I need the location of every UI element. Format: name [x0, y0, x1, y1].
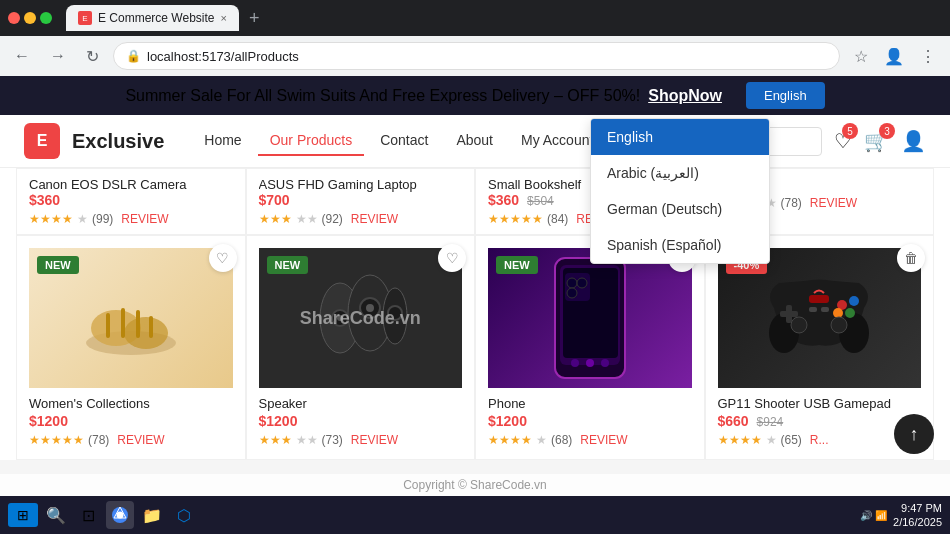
- svg-rect-3: [106, 313, 110, 338]
- promo-banner: Summer Sale For All Swim Suits And Free …: [0, 76, 950, 115]
- review-count: (99): [92, 212, 113, 226]
- review-count: (92): [322, 212, 343, 226]
- active-tab[interactable]: E E Commerce Website ×: [66, 5, 239, 31]
- svg-rect-35: [809, 307, 817, 312]
- banner-text: Summer Sale For All Swim Suits And Free …: [125, 87, 640, 105]
- language-dropdown: English Arabic (العربية) German (Deutsch…: [590, 118, 770, 264]
- review-link[interactable]: REVIEW: [121, 212, 168, 226]
- stars: ★★★: [259, 212, 292, 226]
- taskbar-file[interactable]: 📁: [138, 501, 166, 529]
- nav-contact[interactable]: Contact: [368, 126, 440, 156]
- rating-stars-2: ★★★: [259, 433, 292, 447]
- product-card-3: NEW ♡: [475, 235, 705, 460]
- product-badge-2: NEW: [267, 256, 309, 274]
- product-price-3: $1200: [488, 413, 692, 429]
- menu-btn[interactable]: ⋮: [914, 43, 942, 70]
- original-price: $504: [527, 194, 554, 208]
- phone-illustration: [545, 253, 635, 383]
- product-card-1: NEW ♡ Women's Collections $1200 ★★★★★ (7…: [16, 235, 246, 460]
- svg-point-25: [577, 278, 587, 288]
- svg-point-38: [831, 317, 847, 333]
- svg-rect-39: [809, 295, 829, 303]
- old-rating-1: ★★★★★ (99) REVIEW: [29, 212, 233, 226]
- svg-point-20: [571, 359, 579, 367]
- wishlist-btn-1[interactable]: ♡: [209, 244, 237, 272]
- old-product-name-1: Canon EOS DSLR Camera: [29, 177, 233, 192]
- review-count: (78): [781, 196, 802, 210]
- taskbar-date-text: 2/16/2025: [893, 515, 942, 529]
- review-count: (84): [547, 212, 568, 226]
- shop-now-link[interactable]: ShopNow: [648, 87, 722, 105]
- lang-option-english[interactable]: English: [591, 119, 769, 155]
- taskbar-time-text: 9:47 PM: [893, 501, 942, 515]
- rating-stars-1: ★★★★★: [29, 433, 84, 447]
- tab-bar: E E Commerce Website × +: [66, 5, 942, 31]
- old-product-price-2: $700: [259, 192, 463, 208]
- taskbar: ⊞ 🔍 ⊡ 📁 ⬡ 🔊 📶 9:47 PM 2/16/2025: [0, 496, 950, 534]
- delete-btn-4[interactable]: 🗑: [897, 244, 925, 272]
- svg-point-24: [567, 278, 577, 288]
- svg-point-12: [366, 304, 374, 312]
- taskbar-chrome[interactable]: [106, 501, 134, 529]
- review-count-1: (78): [88, 433, 109, 447]
- svg-rect-6: [149, 316, 153, 338]
- svg-point-26: [567, 288, 577, 298]
- taskbar-vscode[interactable]: ⬡: [170, 501, 198, 529]
- taskbar-clock: 9:47 PM 2/16/2025: [893, 501, 942, 530]
- review-link[interactable]: REVIEW: [810, 196, 857, 210]
- svg-point-41: [117, 512, 124, 519]
- cart-icon-wrap[interactable]: 🛒 3: [864, 129, 889, 153]
- svg-point-21: [586, 359, 594, 367]
- lang-option-arabic[interactable]: Arabic (العربية): [591, 155, 769, 191]
- svg-rect-4: [121, 308, 125, 338]
- product-rating-2: ★★★★★ (73) REVIEW: [259, 433, 463, 447]
- address-bar[interactable]: 🔒 localhost:5173/allProducts: [113, 42, 840, 70]
- review-link[interactable]: REVIEW: [351, 212, 398, 226]
- window-controls: [8, 12, 52, 24]
- wishlist-icon-wrap[interactable]: ♡ 5: [834, 129, 852, 153]
- review-count-3: (68): [551, 433, 572, 447]
- user-icon[interactable]: 👤: [901, 129, 926, 153]
- bookmark-btn[interactable]: ☆: [848, 43, 874, 70]
- start-button[interactable]: ⊞: [8, 503, 38, 527]
- tab-close-btn[interactable]: ×: [220, 12, 226, 24]
- language-button[interactable]: English: [746, 82, 825, 109]
- nav-products[interactable]: Our Products: [258, 126, 364, 156]
- review-link-4[interactable]: R...: [810, 433, 829, 447]
- svg-rect-5: [136, 310, 140, 338]
- product-rating-4: ★★★★★ (65) R...: [718, 433, 922, 447]
- forward-btn[interactable]: →: [44, 43, 72, 69]
- new-tab-btn[interactable]: +: [243, 6, 266, 31]
- product-rating-1: ★★★★★ (78) REVIEW: [29, 433, 233, 447]
- taskbar-search[interactable]: 🔍: [42, 501, 70, 529]
- product-card-2: NEW ShareCode.vn ♡ Speaker $1200: [246, 235, 476, 460]
- minimize-btn[interactable]: [24, 12, 36, 24]
- lang-option-german[interactable]: German (Deutsch): [591, 191, 769, 227]
- product-rating-3: ★★★★★ (68) REVIEW: [488, 433, 692, 447]
- close-btn[interactable]: [8, 12, 20, 24]
- nav-about[interactable]: About: [444, 126, 505, 156]
- taskbar-taskview[interactable]: ⊡: [74, 501, 102, 529]
- wishlist-btn-2[interactable]: ♡: [438, 244, 466, 272]
- windows-icon: ⊞: [17, 507, 29, 523]
- review-link-3[interactable]: REVIEW: [580, 433, 627, 447]
- nav-home[interactable]: Home: [192, 126, 253, 156]
- reload-btn[interactable]: ↻: [80, 43, 105, 70]
- old-card-1: Canon EOS DSLR Camera $360 ★★★★★ (99) RE…: [16, 168, 246, 235]
- svg-rect-36: [821, 307, 829, 312]
- svg-point-34: [833, 308, 843, 318]
- products-grid: NEW ♡ Women's Collections $1200 ★★★★★ (7…: [0, 235, 950, 460]
- tab-favicon: E: [78, 11, 92, 25]
- lang-option-spanish[interactable]: Spanish (Español): [591, 227, 769, 263]
- profile-btn[interactable]: 👤: [878, 43, 910, 70]
- review-link-2[interactable]: REVIEW: [351, 433, 398, 447]
- address-text: localhost:5173/allProducts: [147, 49, 299, 64]
- review-link-1[interactable]: REVIEW: [117, 433, 164, 447]
- scroll-top-btn[interactable]: ↑: [894, 414, 934, 454]
- svg-point-33: [845, 308, 855, 318]
- maximize-btn[interactable]: [40, 12, 52, 24]
- product-name-1: Women's Collections: [29, 396, 233, 411]
- back-btn[interactable]: ←: [8, 43, 36, 69]
- footer-text: Copyright © ShareCode.vn: [403, 478, 547, 492]
- product-price-2: $1200: [259, 413, 463, 429]
